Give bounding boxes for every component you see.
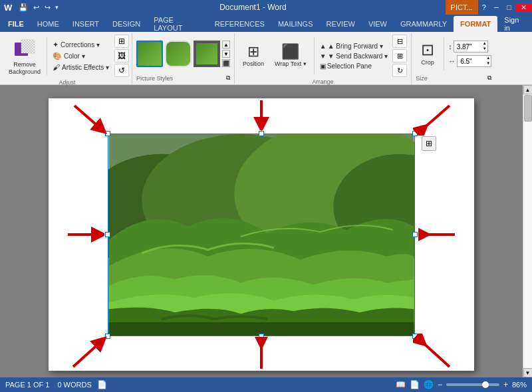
picture-styles-expand[interactable]: ⧉: [226, 74, 230, 82]
width-icon: ↔: [448, 57, 456, 65]
tab-review[interactable]: REVIEW: [319, 16, 361, 32]
tab-references[interactable]: REFERENCES: [208, 16, 271, 32]
read-mode-button[interactable]: 📖: [396, 380, 406, 389]
zoom-slider[interactable]: [446, 383, 499, 386]
remove-background-label: Remove Background: [9, 61, 41, 76]
quick-access-redo[interactable]: ↪: [42, 3, 53, 12]
artistic-effects-button[interactable]: 🖌 Artistic Effects ▾: [50, 62, 112, 72]
scroll-track[interactable]: [523, 94, 532, 368]
send-backward-icon: ▼: [320, 52, 327, 60]
document-page: ⊞: [49, 98, 474, 371]
align-button[interactable]: ⊟: [392, 35, 407, 48]
crop-icon: ⊡: [421, 42, 434, 58]
tab-mailings[interactable]: MAILINGS: [271, 16, 320, 32]
zoom-level[interactable]: 86%: [512, 381, 527, 389]
maximize-button[interactable]: □: [503, 3, 515, 11]
bring-forward-button[interactable]: ▲ ▲ Bring Forward ▾: [318, 42, 390, 50]
scroll-down-button[interactable]: ▼: [523, 368, 533, 377]
print-layout-button[interactable]: 📄: [410, 380, 420, 389]
tab-insert[interactable]: INSERT: [66, 16, 106, 32]
wrap-text-button[interactable]: ⬛ Wrap Text ▾: [271, 43, 311, 69]
group-button[interactable]: ⊞: [392, 49, 407, 62]
sign-in-link[interactable]: Sign in: [497, 16, 532, 32]
layout-options-button[interactable]: ⊞: [422, 136, 436, 151]
handle-middle-left[interactable]: [105, 232, 110, 237]
zoom-slider-thumb[interactable]: [482, 381, 489, 388]
style-swatch-2[interactable]: [165, 41, 192, 67]
color-icon: 🎨: [53, 52, 62, 60]
width-increment[interactable]: ▲: [485, 55, 491, 60]
tab-page-layout[interactable]: PAGE LAYOUT: [147, 16, 208, 32]
word-count: 0 WORDS: [57, 381, 91, 389]
handle-top-left[interactable]: [105, 131, 110, 136]
page-count: PAGE 1 OF 1: [5, 381, 49, 389]
height-decrement[interactable]: ▼: [481, 46, 488, 51]
corrections-button[interactable]: ✦ Corrections ▾: [50, 40, 112, 50]
selection-pane-button[interactable]: ▣ Selection Pane: [318, 62, 390, 70]
pict-badge: PICT...: [446, 0, 478, 15]
height-increment[interactable]: ▲: [481, 41, 488, 46]
arrow-top-left: [68, 99, 108, 136]
tab-view[interactable]: VIEW: [362, 16, 394, 32]
close-button[interactable]: ✕: [515, 3, 532, 12]
styles-scroll-up[interactable]: ▲ ▼ ⬛: [222, 41, 230, 67]
status-bar: PAGE 1 OF 1 0 WORDS 📄 📖 📄 🌐 − + 86%: [0, 377, 532, 392]
rotate-button[interactable]: ↻: [392, 64, 407, 77]
arrow-bottom-right: [413, 334, 456, 375]
quick-access-undo[interactable]: ↩: [31, 3, 42, 12]
handle-top-right[interactable]: [412, 131, 418, 136]
title-text: Document1 - Word: [61, 3, 445, 12]
tab-design[interactable]: DESIGN: [106, 16, 147, 32]
quick-access-save[interactable]: 💾: [16, 3, 31, 12]
tab-grammarly[interactable]: GRAMMARLY: [394, 16, 454, 32]
handle-bottom-right[interactable]: [412, 334, 418, 339]
reset-picture-button[interactable]: ↺: [114, 64, 129, 77]
tab-home[interactable]: HOME: [31, 16, 66, 32]
svg-line-18: [423, 106, 450, 129]
tab-file[interactable]: FILE: [1, 16, 31, 32]
picture-styles-group: ▲ ▼ ⬛ Picture Styles ⧉: [132, 33, 235, 84]
corrections-icon: ✦: [53, 41, 59, 49]
compress-pictures-button[interactable]: ⊞: [114, 35, 129, 48]
change-picture-button[interactable]: 🖼: [114, 49, 129, 62]
height-icon: ↕: [448, 43, 452, 50]
proofing-icon[interactable]: 📄: [97, 380, 107, 389]
rotate-handle[interactable]: [259, 119, 264, 124]
size-group-label: Size: [416, 75, 428, 82]
crop-button[interactable]: ⊡ Crop: [416, 40, 440, 68]
vertical-scrollbar[interactable]: ▲ ▼: [523, 85, 532, 377]
send-backward-button[interactable]: ▼ ▼ Send Backward ▾: [318, 52, 390, 60]
arrow-bottom-center: [248, 337, 275, 373]
help-button[interactable]: ?: [478, 3, 490, 11]
arrange-group: ⊞ Position ⬛ Wrap Text ▾ ▲ ▲ Bring Forwa…: [235, 33, 412, 84]
tab-format[interactable]: FORMAT: [454, 16, 497, 32]
artistic-effects-icon: 🖌: [53, 63, 60, 71]
scroll-up-button[interactable]: ▲: [523, 85, 533, 94]
handle-bottom-center[interactable]: [259, 334, 264, 339]
handle-top-center[interactable]: [259, 131, 264, 136]
arrow-middle-left: [61, 221, 104, 249]
remove-background-button[interactable]: Remove Background: [5, 35, 44, 78]
color-button[interactable]: 🎨 Color ▾: [50, 51, 112, 61]
width-decrement[interactable]: ▼: [485, 60, 491, 66]
position-button[interactable]: ⊞ Position: [239, 43, 268, 69]
web-layout-button[interactable]: 🌐: [424, 380, 434, 389]
handle-middle-right[interactable]: [412, 232, 418, 237]
selected-image-container[interactable]: ⊞: [108, 134, 415, 336]
handle-bottom-left[interactable]: [105, 334, 110, 339]
style-swatch-1[interactable]: [136, 41, 163, 67]
scroll-thumb[interactable]: [524, 95, 532, 122]
position-icon: ⊞: [247, 45, 259, 59]
arrow-middle-right: [418, 221, 462, 249]
zoom-in-button[interactable]: +: [503, 380, 508, 389]
word-icon: W: [0, 3, 16, 13]
style-swatch-3[interactable]: [194, 41, 220, 67]
arrow-top-right: [413, 99, 456, 137]
quick-access-more[interactable]: ▾: [53, 4, 61, 11]
size-group: ⊡ Crop ↕ ▲ ▼ ↔: [412, 33, 495, 84]
arrow-bottom-left: [66, 334, 110, 375]
minimize-button[interactable]: −: [490, 3, 503, 13]
zoom-out-button[interactable]: −: [438, 380, 442, 389]
size-expand[interactable]: ⧉: [487, 74, 491, 82]
svg-line-28: [422, 342, 450, 367]
